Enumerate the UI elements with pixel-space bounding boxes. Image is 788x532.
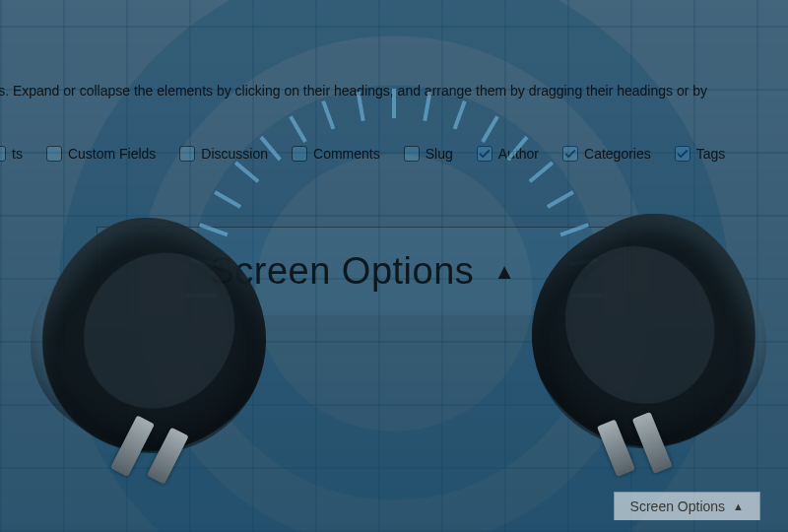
checkbox-icon <box>675 146 690 162</box>
checkbox-categories[interactable]: Categories <box>562 146 651 162</box>
checkbox-author[interactable]: Author <box>477 146 539 162</box>
screen-options-label: Screen Options <box>630 499 726 514</box>
checkbox-comments[interactable]: Comments <box>292 146 380 162</box>
checkbox-label: Slug <box>426 146 453 162</box>
checkbox-label: Tags <box>696 146 726 162</box>
screen-options-label: Screen Options <box>209 250 474 293</box>
checkbox-icon <box>179 146 195 162</box>
screen-options-checkboxes: ts Custom Fields Discussion Comments Slu <box>0 146 725 162</box>
checkbox-ts-partial[interactable]: ts <box>0 146 23 162</box>
checkbox-icon <box>562 146 578 162</box>
checkbox-icon <box>404 146 420 162</box>
checkbox-label: Author <box>498 146 539 162</box>
checkbox-icon <box>477 146 492 162</box>
checkbox-custom-fields[interactable]: Custom Fields <box>46 146 156 162</box>
checkbox-icon <box>46 146 62 162</box>
checkbox-slug[interactable]: Slug <box>404 146 453 162</box>
checkbox-label: Custom Fields <box>68 146 156 162</box>
checkbox-icon <box>0 146 6 162</box>
chevron-up-icon: ▲ <box>493 261 515 283</box>
checkbox-label: Comments <box>313 146 380 162</box>
checkbox-label: Discussion <box>201 146 268 162</box>
screen-options-help-text: eckboxes. Expand or collapse the element… <box>0 81 788 100</box>
checkbox-icon <box>292 146 307 162</box>
checkbox-discussion[interactable]: Discussion <box>179 146 268 162</box>
screen-options-toggle-large[interactable]: Screen Options ▲ <box>97 227 628 315</box>
chevron-up-icon: ▲ <box>733 500 744 512</box>
checkbox-tags[interactable]: Tags <box>675 146 726 162</box>
screen-options-toggle-small[interactable]: Screen Options ▲ <box>614 492 760 520</box>
checkbox-label: ts <box>12 146 23 162</box>
checkbox-label: Categories <box>584 146 651 162</box>
